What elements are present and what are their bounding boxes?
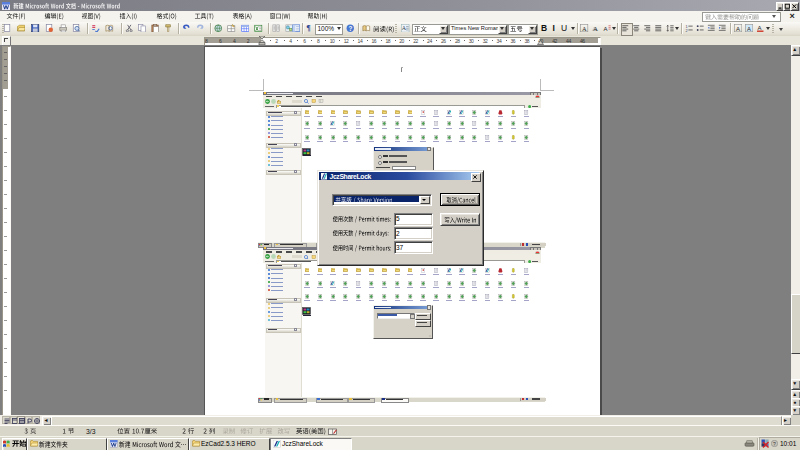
- svg-text:A: A: [582, 25, 587, 32]
- svg-text:A: A: [603, 26, 607, 32]
- svg-text:A: A: [758, 25, 762, 31]
- svg-text:?: ?: [349, 25, 353, 32]
- svg-text:A: A: [746, 25, 750, 31]
- svg-text:2: 2: [685, 28, 687, 32]
- svg-text:¶: ¶: [306, 24, 311, 32]
- svg-text:A: A: [593, 25, 598, 32]
- svg-text:?: ?: [773, 440, 776, 446]
- svg-text:A: A: [735, 25, 739, 31]
